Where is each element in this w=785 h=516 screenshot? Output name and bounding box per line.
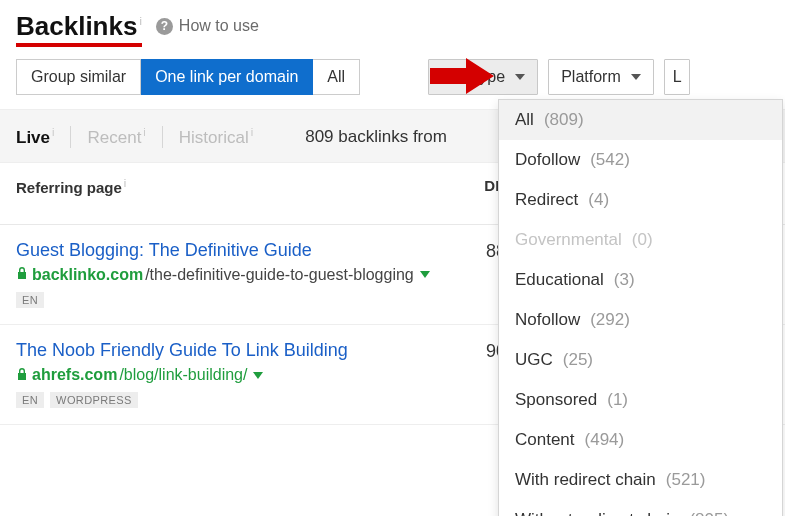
option-count: (521) (666, 470, 706, 490)
option-count: (3) (614, 270, 635, 290)
option-count: (809) (544, 110, 584, 130)
tab-recent[interactable]: Recenti (87, 126, 145, 148)
divider (70, 126, 71, 148)
option-label: Dofollow (515, 150, 580, 170)
expand-url-icon[interactable] (253, 372, 263, 379)
option-count: (542) (590, 150, 630, 170)
question-icon: ? (156, 18, 173, 35)
extra-filter-dropdown[interactable]: L (664, 59, 690, 95)
backlink-title-link[interactable]: The Noob Friendly Guide To Link Building (16, 339, 446, 362)
dr-value: 90 (446, 339, 506, 408)
link-type-option[interactable]: Sponsored (1) (499, 380, 782, 420)
link-type-option[interactable]: Redirect (4) (499, 180, 782, 220)
info-icon: i (52, 126, 54, 138)
column-referring-page[interactable]: Referring pagei (16, 177, 446, 196)
option-label: Educational (515, 270, 604, 290)
link-type-option[interactable]: UGC (25) (499, 340, 782, 380)
one-link-per-domain-button[interactable]: One link per domain (141, 59, 313, 95)
info-icon: i (143, 126, 145, 138)
tag-badge: EN (16, 292, 44, 308)
tab-historical[interactable]: Historicali (179, 126, 253, 148)
option-count: (1) (607, 390, 628, 410)
tag-badge: WORDPRESS (50, 392, 138, 408)
option-label: Nofollow (515, 310, 580, 330)
backlink-domain[interactable]: ahrefs.com (32, 366, 117, 384)
option-count: (805) (689, 510, 729, 516)
option-label: Content (515, 430, 575, 450)
link-type-option[interactable]: Without redirect chain (805) (499, 500, 782, 516)
link-type-option[interactable]: All (809) (499, 100, 782, 140)
option-count: (4) (588, 190, 609, 210)
option-count: (0) (632, 230, 653, 250)
link-type-option[interactable]: Nofollow (292) (499, 300, 782, 340)
lock-icon (16, 266, 28, 283)
caret-down-icon (515, 74, 525, 80)
option-label: All (515, 110, 534, 130)
divider (162, 126, 163, 148)
page-title: Backlinksi (16, 12, 142, 47)
link-type-label: Link type (441, 68, 505, 86)
backlink-path[interactable]: /the-definitive-guide-to-guest-blogging (145, 266, 414, 284)
option-count: (494) (585, 430, 625, 450)
info-icon: i (124, 177, 126, 189)
column-dr[interactable]: DR (446, 177, 506, 196)
caret-down-icon (631, 74, 641, 80)
group-similar-button[interactable]: Group similar (16, 59, 141, 95)
link-type-menu: All (809)Dofollow (542)Redirect (4)Gover… (498, 99, 783, 516)
lock-icon (16, 367, 28, 384)
info-icon: i (251, 126, 253, 138)
dr-value: 88 (446, 239, 506, 308)
option-label: Governmental (515, 230, 622, 250)
info-icon: i (139, 15, 141, 27)
backlink-domain[interactable]: backlinko.com (32, 266, 143, 284)
expand-url-icon[interactable] (420, 271, 430, 278)
platform-label: Platform (561, 68, 621, 86)
option-count: (292) (590, 310, 630, 330)
extra-filter-label: L (673, 68, 682, 86)
link-type-option: Governmental (0) (499, 220, 782, 260)
backlink-path[interactable]: /blog/link-building/ (119, 366, 247, 384)
link-type-option[interactable]: With redirect chain (521) (499, 460, 782, 500)
link-type-option[interactable]: Educational (3) (499, 260, 782, 300)
backlink-title-link[interactable]: Guest Blogging: The Definitive Guide (16, 239, 446, 262)
option-label: With redirect chain (515, 470, 656, 490)
link-type-option[interactable]: Dofollow (542) (499, 140, 782, 180)
option-label: Sponsored (515, 390, 597, 410)
tag-badge: EN (16, 392, 44, 408)
tab-live[interactable]: Livei (16, 126, 54, 148)
how-to-use-link[interactable]: ? How to use (156, 17, 259, 35)
option-label: Redirect (515, 190, 578, 210)
group-all-button[interactable]: All (313, 59, 360, 95)
option-count: (25) (563, 350, 593, 370)
link-type-option[interactable]: Content (494) (499, 420, 782, 460)
backlinks-summary: 809 backlinks from (305, 127, 447, 147)
how-to-use-label: How to use (179, 17, 259, 35)
option-label: UGC (515, 350, 553, 370)
link-type-dropdown[interactable]: Link type (428, 59, 538, 95)
option-label: Without redirect chain (515, 510, 679, 516)
platform-dropdown[interactable]: Platform (548, 59, 654, 95)
